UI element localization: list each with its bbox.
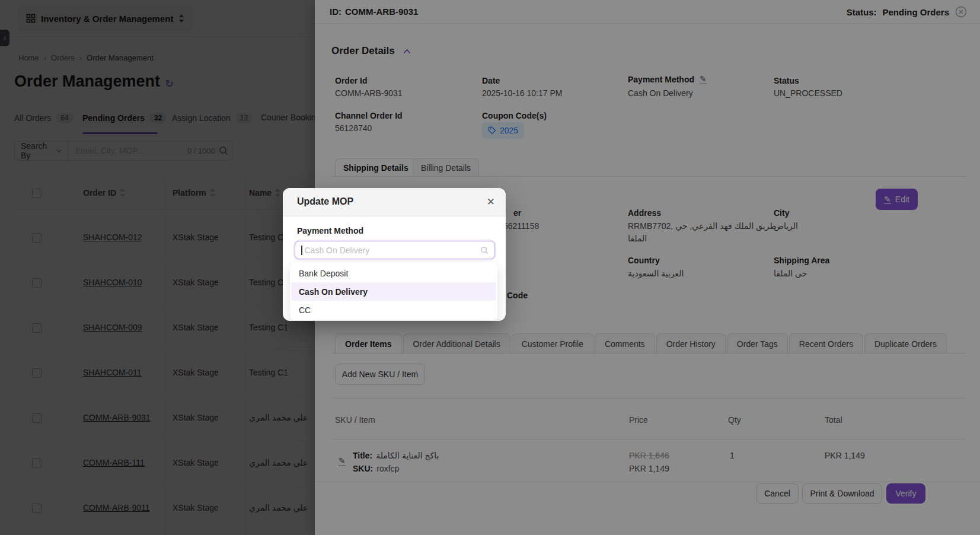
payment-method-dropdown: Bank Deposit Cash On Delivery CC bbox=[290, 263, 497, 320]
modal-title: Update MOP bbox=[297, 196, 353, 207]
option-bank-deposit[interactable]: Bank Deposit bbox=[291, 264, 496, 282]
option-cash-on-delivery[interactable]: Cash On Delivery bbox=[291, 282, 496, 301]
option-cc[interactable]: CC bbox=[291, 301, 496, 319]
update-mop-modal: Update MOP ✕ Payment Method Bank Deposit… bbox=[283, 188, 506, 321]
text-cursor bbox=[301, 246, 302, 255]
modal-close-icon[interactable]: ✕ bbox=[487, 196, 495, 208]
payment-method-field-label: Payment Method bbox=[297, 226, 363, 235]
search-icon bbox=[480, 246, 489, 254]
payment-method-select bbox=[295, 241, 495, 259]
payment-method-search-input[interactable] bbox=[304, 245, 480, 256]
screen: Inventory & Order Management › Home › Or… bbox=[0, 0, 980, 535]
